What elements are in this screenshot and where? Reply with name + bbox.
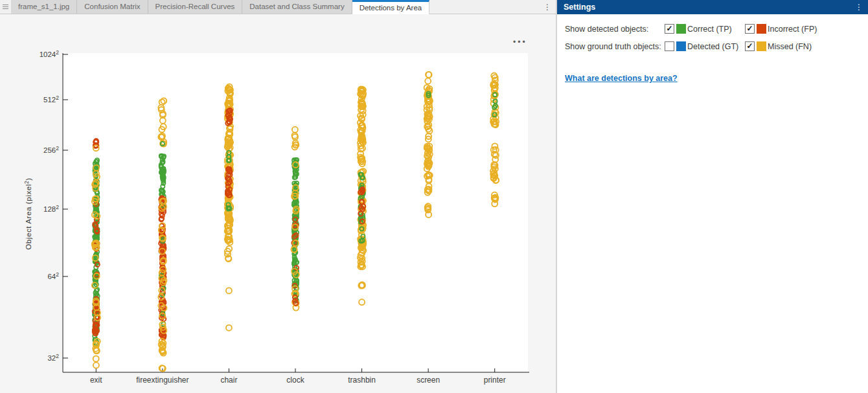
x-tick-label-clock: clock xyxy=(286,376,304,385)
detections-by-area-plot[interactable]: 10242512225621282642322exitfireextinguis… xyxy=(0,14,556,393)
y-tick-label: 5122 xyxy=(43,95,59,104)
settings-header: Settings ⋮ xyxy=(557,0,868,14)
tab-overflow-ellipsis-icon[interactable]: ⋮ xyxy=(539,0,556,14)
tab-strip: frame_s1_1.jpgConfusion MatrixPrecision-… xyxy=(11,0,429,14)
y-tick-label: 2562 xyxy=(43,145,59,154)
legend-option-missed-fn: ✓Missed (FN) xyxy=(745,41,812,51)
tab-confusion-matrix[interactable]: Confusion Matrix xyxy=(77,0,148,14)
legend-option-label: Missed (FN) xyxy=(768,42,812,51)
settings-row: Show ground truth objects:Detected (GT)✓… xyxy=(565,39,868,53)
checkbox-correct-tp[interactable]: ✓ xyxy=(665,24,674,34)
tab-list-icon[interactable] xyxy=(0,0,11,14)
legend-swatch-incorrect-fp xyxy=(757,24,766,34)
x-tick-label-screen: screen xyxy=(417,376,440,385)
legend-option-incorrect-fp: ✓Incorrect (FP) xyxy=(745,24,817,34)
checkbox-detected-gt[interactable] xyxy=(665,41,674,51)
legend-option-label: Correct (TP) xyxy=(687,25,732,34)
settings-row: Show detected objects:✓Correct (TP)✓Inco… xyxy=(565,22,868,36)
legend-option-label: Incorrect (FP) xyxy=(768,25,817,34)
x-tick-label-trashbin: trashbin xyxy=(348,376,376,385)
y-tick-label: 322 xyxy=(47,353,59,362)
x-tick-label-fireextinguisher: fireextinguisher xyxy=(136,376,188,385)
y-tick-label: 642 xyxy=(47,271,59,280)
y-axis-label: Object Area (pixel2) xyxy=(23,177,32,249)
settings-row-label: Show ground truth objects: xyxy=(565,42,665,51)
scatter-points-fireextinguisher[interactable] xyxy=(158,98,166,371)
axes-toolbar-ellipsis-icon[interactable]: ••• xyxy=(513,39,527,45)
x-tick-label-exit: exit xyxy=(90,376,102,385)
settings-title: Settings xyxy=(564,3,855,12)
legend-option-label: Detected (GT) xyxy=(687,42,738,51)
tab-frame-s1-1-jpg[interactable]: frame_s1_1.jpg xyxy=(11,0,77,14)
legend-swatch-detected-gt xyxy=(676,41,686,51)
x-tick-label-printer: printer xyxy=(484,376,506,385)
settings-menu-ellipsis-icon[interactable]: ⋮ xyxy=(855,3,863,12)
legend-option-detected-gt: Detected (GT) xyxy=(665,41,745,51)
settings-row-label: Show detected objects: xyxy=(565,25,665,34)
help-link[interactable]: What are detections by area? xyxy=(565,74,678,83)
y-tick-label: 10242 xyxy=(40,49,60,58)
legend-swatch-correct-tp xyxy=(676,24,686,34)
document-tab-bar: frame_s1_1.jpgConfusion MatrixPrecision-… xyxy=(0,0,556,14)
tab-precision-recall-curves[interactable]: Precision-Recall Curves xyxy=(148,0,243,14)
settings-panel: Settings ⋮ Show detected objects:✓Correc… xyxy=(556,0,868,393)
app-window: frame_s1_1.jpgConfusion MatrixPrecision-… xyxy=(0,0,868,393)
settings-rows: Show detected objects:✓Correct (TP)✓Inco… xyxy=(565,22,868,53)
tab-detections-by-area[interactable]: Detections by Area xyxy=(352,0,430,14)
checkbox-missed-fn[interactable]: ✓ xyxy=(745,41,755,51)
checkbox-incorrect-fp[interactable]: ✓ xyxy=(745,24,755,34)
legend-swatch-missed-fn xyxy=(757,41,766,51)
settings-body: Show detected objects:✓Correct (TP)✓Inco… xyxy=(557,14,868,84)
legend-option-correct-tp: ✓Correct (TP) xyxy=(665,24,745,34)
tab-dataset-and-class-summary[interactable]: Dataset and Class Summary xyxy=(242,0,352,14)
y-tick-label: 1282 xyxy=(43,204,59,213)
x-tick-label-chair: chair xyxy=(220,376,237,385)
detections-by-area-panel: 10242512225621282642322exitfireextinguis… xyxy=(0,14,556,393)
